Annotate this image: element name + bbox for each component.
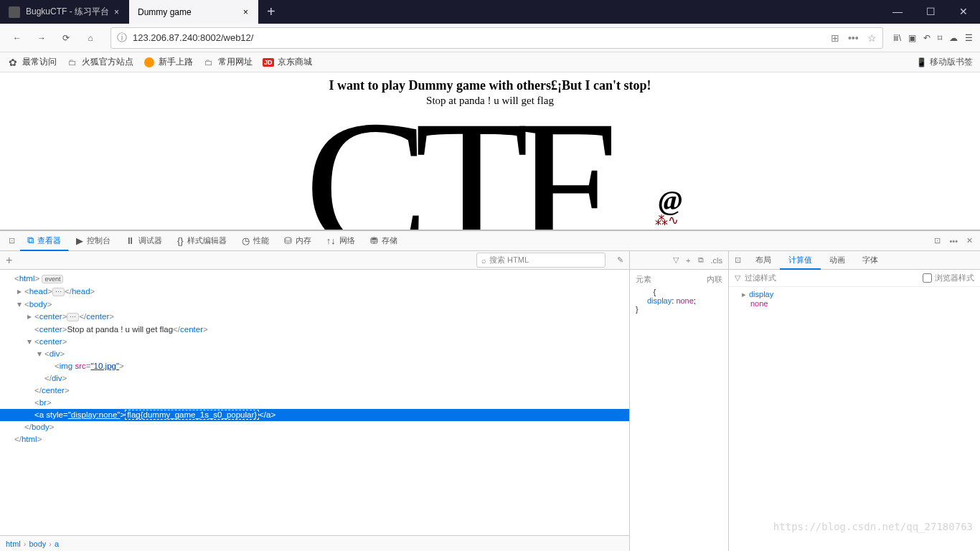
rules-icon[interactable]: ⊡ <box>729 255 747 265</box>
mobile-bookmarks[interactable]: 📱 移动版书签 <box>916 56 973 68</box>
bookmark-label: 京东商城 <box>278 56 312 68</box>
devtools-tab[interactable]: ⧉查看器 <box>20 231 69 251</box>
dom-line[interactable]: </center> <box>0 385 629 397</box>
chevron-right-icon: › <box>24 540 27 548</box>
tab-icon: {} <box>177 235 184 246</box>
devtools-tab[interactable]: ⛁内存 <box>277 231 319 251</box>
computed-value: none <box>750 299 768 308</box>
bookmark-jd[interactable]: JD 京东商城 <box>263 56 312 68</box>
bookmark-most-visited[interactable]: ✿ 最常访问 <box>7 56 57 68</box>
browser-tab[interactable]: BugkuCTF - 练习平台 × <box>0 0 129 24</box>
devtools-tab[interactable]: ◷性能 <box>235 231 277 251</box>
bookmark-getting-started[interactable]: 新手上路 <box>143 56 193 68</box>
computed-tab[interactable]: 计算值 <box>780 251 821 270</box>
back-button[interactable]: ← <box>7 28 27 48</box>
bookmark-star-icon[interactable]: ☆ <box>867 32 877 44</box>
tab-label: 控制台 <box>87 235 110 246</box>
close-devtools-icon[interactable]: ✕ <box>966 236 973 245</box>
edit-icon[interactable]: ✎ <box>617 255 623 265</box>
dom-tree[interactable]: <html> event▸<head>⋯</head>▾<body>▸<cent… <box>0 270 629 535</box>
dom-line[interactable]: </div> <box>0 372 629 385</box>
dom-line[interactable]: </body> <box>0 421 629 433</box>
add-rule-button[interactable]: + <box>686 256 690 265</box>
dom-line[interactable]: ▸<center>⋯</center> <box>0 311 629 324</box>
undo-icon[interactable]: ↶ <box>923 33 930 43</box>
dom-line[interactable]: <html> event <box>0 273 629 286</box>
devtools-tab[interactable]: {}样式编辑器 <box>170 231 235 251</box>
browser-styles-checkbox[interactable]: 浏览器样式 <box>923 273 974 283</box>
url-bar-icons: ⊞ ••• ☆ <box>831 32 877 44</box>
tab-label: 调试器 <box>138 235 162 246</box>
devtools-tabs: ⊡ ⧉查看器▶控制台⏸调试器{}样式编辑器◷性能⛁内存↑↓网络⛃存储 ⊡ •••… <box>0 231 980 251</box>
dom-line[interactable]: ▾<div> <box>0 348 629 360</box>
bookmark-folder[interactable]: 🗀 常用网址 <box>203 56 253 68</box>
dom-line[interactable]: <img src="10.jpg"> <box>0 360 629 372</box>
tab-icon: ⏸ <box>126 235 135 246</box>
close-icon[interactable]: × <box>111 7 122 17</box>
responsive-icon[interactable]: ⊡ <box>934 236 941 245</box>
pseudo-icon[interactable]: ⧉ <box>698 255 704 265</box>
close-icon[interactable]: × <box>240 7 251 17</box>
ctf-image: CTF <box>305 101 604 230</box>
sidebar-icon[interactable]: ▣ <box>908 33 916 43</box>
add-node-button[interactable]: + <box>6 254 12 267</box>
url-bar[interactable]: ⓘ 123.206.87.240:8002/web12/ ⊞ ••• ☆ <box>110 27 883 49</box>
devtools-tab[interactable]: ↑↓网络 <box>319 231 363 251</box>
chevron-right-icon: › <box>49 540 52 548</box>
chat-icon[interactable]: ☁ <box>949 33 958 43</box>
info-icon[interactable]: ⓘ <box>117 32 127 44</box>
dom-line[interactable]: ▾<center> <box>0 336 629 348</box>
menu-icon[interactable]: ☰ <box>965 33 973 43</box>
cls-toggle[interactable]: .cls <box>711 256 723 265</box>
bookmark-folder[interactable]: 🗀 火狐官方站点 <box>67 56 133 68</box>
devtools-tab[interactable]: ▶控制台 <box>69 231 118 251</box>
dom-line[interactable]: <a style="display:none">flag{dummy_game_… <box>0 409 629 421</box>
dom-line[interactable]: <br> <box>0 397 629 409</box>
more-icon[interactable]: ••• <box>949 237 958 245</box>
computed-panel: ⊡ 布局 计算值 动画 字体 ▽ 过滤样式 浏览器样式 ▸display non… <box>729 251 980 551</box>
bookmark-label: 新手上路 <box>159 56 193 68</box>
breadcrumb-item[interactable]: html <box>6 540 21 548</box>
qr-icon[interactable]: ⊞ <box>831 32 839 44</box>
home-button[interactable]: ⌂ <box>80 28 100 48</box>
event-badge[interactable]: event <box>42 275 63 283</box>
iframe-picker-icon[interactable]: ⊡ <box>4 231 20 251</box>
browser-tab-active[interactable]: Dummy game × <box>129 0 258 24</box>
tab-label: 存储 <box>382 235 397 246</box>
breadcrumb-item[interactable]: a <box>55 540 59 548</box>
tab-title: BugkuCTF - 练习平台 <box>26 6 109 18</box>
layout-tab[interactable]: 布局 <box>747 251 780 270</box>
breadcrumb-item[interactable]: body <box>29 540 46 548</box>
filter-icon[interactable]: ▽ <box>673 255 679 265</box>
reload-button[interactable]: ⟳ <box>56 28 76 48</box>
devtools-tab[interactable]: ⏸调试器 <box>118 231 170 251</box>
pocket-icon[interactable]: ⌑ <box>938 33 942 43</box>
animations-tab[interactable]: 动画 <box>821 251 854 270</box>
new-tab-button[interactable]: + <box>258 4 284 20</box>
dom-line[interactable]: ▸<head>⋯</head> <box>0 286 629 298</box>
close-button[interactable]: ✕ <box>947 0 980 24</box>
dom-line[interactable]: <center>Stop at panda ! u will get flag<… <box>0 324 629 336</box>
dom-line[interactable]: </html> <box>0 433 629 446</box>
search-html-input[interactable]: ⌕ 搜索 HTML <box>476 253 606 268</box>
nav-bar: ← → ⟳ ⌂ ⓘ 123.206.87.240:8002/web12/ ⊞ •… <box>0 24 980 52</box>
css-prop-value[interactable]: none <box>676 296 693 305</box>
library-icon[interactable]: ⅲ\ <box>893 33 901 43</box>
computed-body[interactable]: ▸display none <box>729 287 980 551</box>
styles-body[interactable]: 元素 内联 { display: none; } <box>630 270 728 551</box>
firefox-icon <box>143 57 155 68</box>
minimize-button[interactable]: — <box>881 0 914 24</box>
meatball-icon[interactable]: ••• <box>848 32 859 44</box>
dom-line[interactable]: ▾<body> <box>0 298 629 311</box>
filter-placeholder[interactable]: 过滤样式 <box>745 273 918 283</box>
fonts-tab[interactable]: 字体 <box>854 251 887 270</box>
css-prop-name[interactable]: display <box>647 296 672 305</box>
jd-icon: JD <box>263 58 274 67</box>
maximize-button[interactable]: ☐ <box>914 0 947 24</box>
devtools-tab[interactable]: ⛃存储 <box>363 231 405 251</box>
forward-button[interactable]: → <box>32 28 52 48</box>
checkbox[interactable] <box>923 273 932 283</box>
computed-filter: ▽ 过滤样式 浏览器样式 <box>729 270 980 287</box>
devtools: ⊡ ⧉查看器▶控制台⏸调试器{}样式编辑器◷性能⛁内存↑↓网络⛃存储 ⊡ •••… <box>0 230 980 551</box>
computed-prop[interactable]: display <box>749 290 773 298</box>
